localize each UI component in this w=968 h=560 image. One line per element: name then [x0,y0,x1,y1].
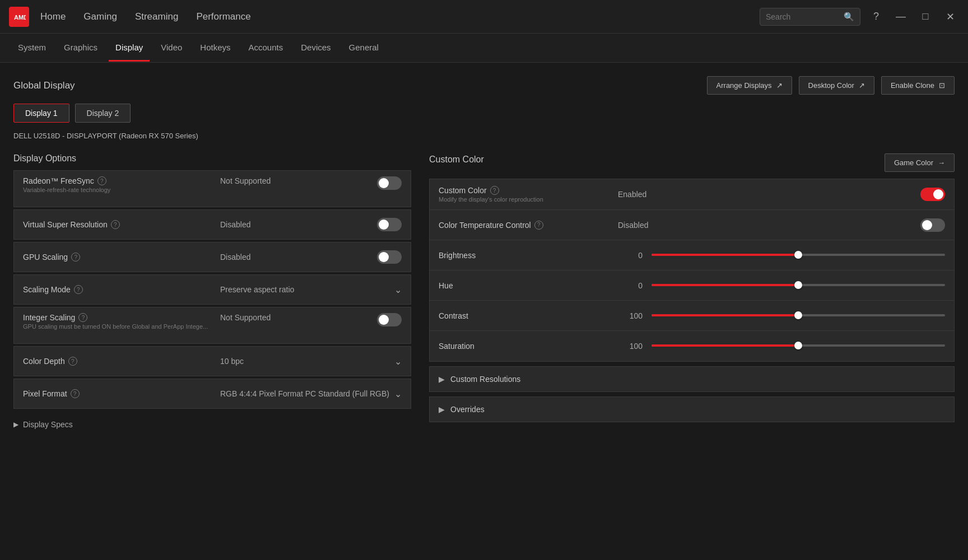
freesync-toggle[interactable] [377,176,402,190]
close-button[interactable]: ✕ [941,8,959,26]
custom-color-help-icon[interactable]: ? [490,186,499,195]
freesync-value: Not Supported [220,176,370,185]
vsr-help-icon[interactable]: ? [111,220,120,229]
global-display-title: Global Display [13,80,75,91]
vsr-value: Disabled [220,220,370,229]
hue-thumb[interactable] [794,281,802,289]
hue-slider[interactable] [651,284,945,287]
scaling-mode-help-icon[interactable]: ? [74,285,83,294]
setting-label-pixel-format: Pixel Format ? [23,389,213,398]
saturation-slider[interactable] [651,344,945,348]
brightness-track [651,254,945,256]
freesync-control [377,176,402,190]
custom-resolutions-chevron-icon: ▶ [439,375,445,384]
setting-label-color-depth: Color Depth ? [23,357,213,366]
brightness-thumb[interactable] [794,251,802,259]
hue-value: 0 [618,281,651,290]
freesync-help-icon[interactable]: ? [97,176,106,185]
settings-panel: Display Options Radeon™ FreeSync ? Varia… [13,153,411,436]
search-box[interactable]: 🔍 [760,8,860,26]
custom-color-enabled-label: Enabled [618,190,920,199]
setting-label-area-integer-scaling: Integer Scaling ? GPU scaling must be tu… [23,313,213,330]
tab-system[interactable]: System [11,35,53,62]
color-temp-help-icon[interactable]: ? [534,221,543,230]
setting-row-freesync: Radeon™ FreeSync ? Variable-refresh-rate… [13,170,411,207]
tab-hotkeys[interactable]: Hotkeys [193,35,237,62]
custom-color-toggle[interactable] [920,188,945,201]
saturation-track [651,344,945,347]
tab-devices[interactable]: Devices [294,35,337,62]
color-row-brightness: Brightness 0 [430,240,954,270]
scaling-mode-value: Preserve aspect ratio [220,285,394,294]
setting-label-scaling-mode: Scaling Mode ? [23,285,213,294]
display-specs-label: Display Specs [23,420,73,429]
monitor-label: DELL U2518D - DISPLAYPORT (Radeon RX 570… [13,132,955,140]
game-color-label: Game Color [894,158,933,167]
color-depth-help-icon[interactable]: ? [68,357,77,366]
tab-accounts[interactable]: Accounts [242,35,290,62]
tab-video[interactable]: Video [154,35,189,62]
color-row-label-saturation: Saturation [439,342,618,351]
brightness-value: 0 [618,251,651,260]
integer-scaling-sublabel: GPU scaling must be turned ON before Glo… [23,323,213,330]
desktop-color-button[interactable]: Desktop Color ↗ [799,76,874,95]
saturation-thumb[interactable] [794,342,802,349]
display-tab-1[interactable]: Display 1 [13,104,69,123]
scaling-mode-dropdown-row: Preserve aspect ratio ⌄ [220,284,402,295]
app-logo: AMD [9,7,29,27]
tab-general[interactable]: General [342,35,385,62]
scaling-mode-chevron-icon: ⌄ [394,284,402,295]
help-button[interactable]: ? [867,8,885,26]
setting-row-integer-scaling: Integer Scaling ? GPU scaling must be tu… [13,307,411,344]
gpu-scaling-value: Disabled [220,253,370,262]
display-tab-2[interactable]: Display 2 [75,104,131,123]
hue-track [651,284,945,286]
setting-row-color-depth: Color Depth ? 10 bpc ⌄ [13,346,411,376]
color-temp-toggle[interactable] [920,218,945,232]
integer-scaling-toggle[interactable] [377,313,402,326]
overrides-header[interactable]: ▶ Overrides [430,397,954,422]
maximize-button[interactable]: □ [916,8,934,26]
action-buttons: Arrange Displays ↗ Desktop Color ↗ Enabl… [707,76,955,95]
gpu-scaling-help-icon[interactable]: ? [71,253,80,262]
contrast-value: 100 [618,311,651,320]
arrange-displays-button[interactable]: Arrange Displays ↗ [707,76,792,95]
display-specs-section[interactable]: ▶ Display Specs [13,413,411,436]
tab-display[interactable]: Display [109,35,150,62]
gpu-scaling-toggle[interactable] [377,250,402,264]
overrides-chevron-icon: ▶ [439,405,445,414]
setting-label-vsr: Virtual Super Resolution ? [23,220,213,229]
svg-text:AMD: AMD [14,14,26,21]
maximize-icon: □ [923,11,929,22]
search-icon: 🔍 [844,12,854,22]
second-nav: System Graphics Display Video Hotkeys Ac… [0,34,968,63]
contrast-fill [651,314,798,316]
nav-streaming[interactable]: Streaming [135,9,178,25]
color-table: Custom Color ? Modify the display's colo… [429,179,955,362]
setting-label-area-gpu-scaling: GPU Scaling ? [23,253,213,262]
setting-label-integer-scaling: Integer Scaling ? [23,313,213,322]
nav-gaming[interactable]: Gaming [83,9,117,25]
question-icon: ? [873,11,879,22]
pixel-format-help-icon[interactable]: ? [71,389,80,398]
nav-home[interactable]: Home [40,9,66,25]
brightness-slider[interactable] [651,254,945,257]
tab-graphics[interactable]: Graphics [57,35,104,62]
integer-scaling-help-icon[interactable]: ? [78,313,87,322]
setting-label-gpu-scaling: GPU Scaling ? [23,253,213,262]
setting-label-area-color-depth: Color Depth ? [23,357,213,366]
minimize-button[interactable]: — [892,8,910,26]
contrast-thumb[interactable] [794,311,802,319]
custom-color-header: Custom Color Game Color → [429,153,955,172]
color-depth-chevron-icon: ⌄ [394,356,402,367]
vsr-control [377,218,402,231]
game-color-arrow-icon: → [938,158,945,167]
search-input[interactable] [766,12,839,21]
custom-resolutions-header[interactable]: ▶ Custom Resolutions [430,367,954,391]
game-color-button[interactable]: Game Color → [885,153,955,172]
enable-clone-button[interactable]: Enable Clone ⊡ [881,76,955,95]
contrast-slider[interactable] [651,314,945,318]
vsr-toggle[interactable] [377,218,402,231]
nav-performance[interactable]: Performance [196,9,250,25]
amd-logo-icon: AMD [12,10,26,24]
